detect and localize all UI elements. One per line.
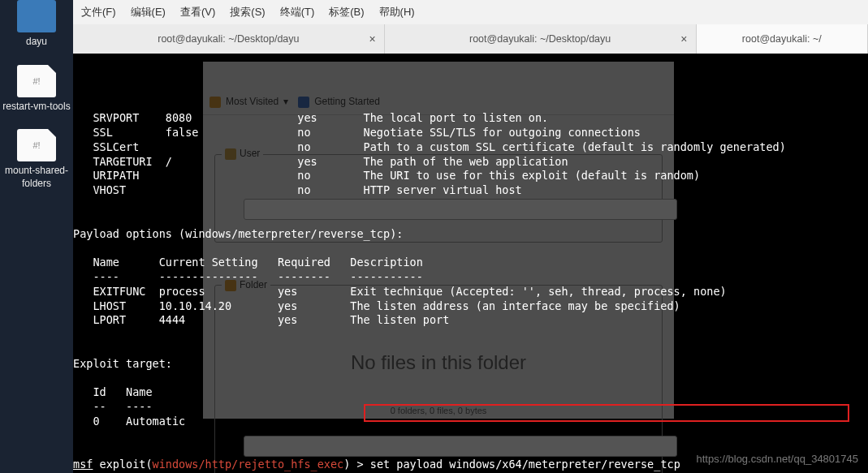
terminal-window: 文件(F) 编辑(E) 查看(V) 搜索(S) 终端(T) 标签(B) 帮助(H… bbox=[73, 0, 868, 473]
script-file-icon: #! bbox=[17, 129, 56, 161]
desktop-file-mount-shared-folders[interactable]: #! mount-shared-folders bbox=[0, 129, 73, 190]
menu-terminal[interactable]: 终端(T) bbox=[280, 5, 315, 19]
desktop-folder-dayu[interactable]: dayu bbox=[0, 0, 73, 49]
close-icon[interactable]: × bbox=[680, 32, 687, 45]
desktop: dayu #! restart-vm-tools #! mount-shared… bbox=[0, 0, 73, 473]
menu-tabs[interactable]: 标签(B) bbox=[329, 5, 364, 19]
menubar: 文件(F) 编辑(E) 查看(V) 搜索(S) 终端(T) 标签(B) 帮助(H… bbox=[73, 0, 868, 24]
script-file-icon: #! bbox=[17, 65, 56, 97]
menu-edit[interactable]: 编辑(E) bbox=[131, 5, 166, 19]
menu-file[interactable]: 文件(F) bbox=[81, 5, 116, 19]
menu-help[interactable]: 帮助(H) bbox=[379, 5, 415, 19]
folder-icon bbox=[17, 0, 56, 32]
tabbar: root@dayukali: ~/Desktop/dayu × root@day… bbox=[73, 24, 868, 54]
menu-search[interactable]: 搜索(S) bbox=[230, 5, 265, 19]
terminal-content[interactable]: Most Visited▾ Getting Started User Folde… bbox=[73, 54, 868, 473]
desktop-file-restart-vm-tools[interactable]: #! restart-vm-tools bbox=[0, 65, 73, 114]
terminal-tab-1[interactable]: root@dayukali: ~/Desktop/dayu × bbox=[73, 24, 385, 54]
close-icon[interactable]: × bbox=[369, 32, 376, 45]
terminal-tab-3[interactable]: root@dayukali: ~/ bbox=[697, 24, 869, 54]
menu-view[interactable]: 查看(V) bbox=[180, 5, 215, 19]
terminal-tab-2[interactable]: root@dayukali: ~/Desktop/dayu × bbox=[385, 24, 697, 54]
